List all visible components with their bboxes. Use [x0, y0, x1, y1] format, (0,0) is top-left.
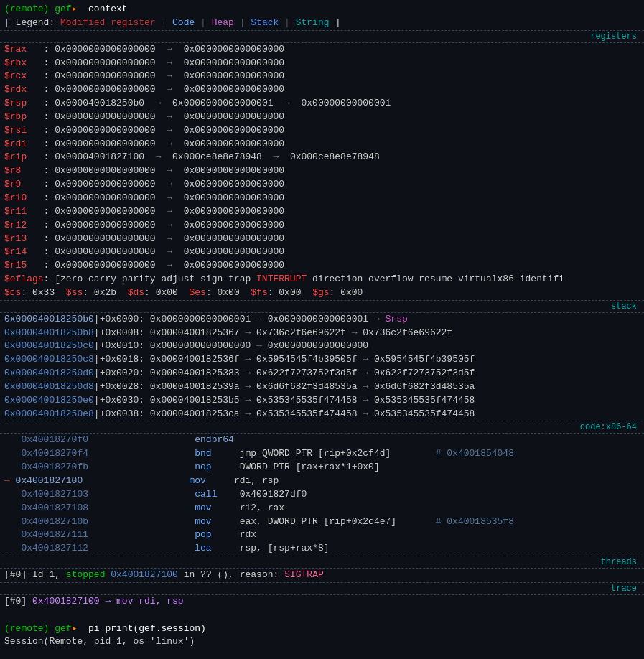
code-header: code:x86-64: [0, 421, 644, 434]
reg-r8: $r8 : 0x0000000000000000 → 0x00000000000…: [0, 164, 644, 178]
stack-label: stack: [608, 301, 640, 312]
segments-line: $cs: 0x33 $ss: 0x2b $ds: 0x00 $es: 0x00 …: [0, 286, 644, 300]
asm-line-2: 0x40018270fb nop DWORD PTR [rax+rax*1+0x…: [0, 461, 644, 475]
threads-label: threads: [598, 556, 640, 568]
trace-header: trace: [0, 582, 644, 595]
reg-rdx: $rdx : 0x0000000000000000 → 0x0000000000…: [0, 83, 644, 97]
reg-rsp: $rsp : 0x000040018250b0 → 0x000000000000…: [0, 97, 644, 111]
bottom-gap: [0, 609, 644, 622]
asm-line-6: 0x400182710b mov eax, DWORD PTR [rip+0x2…: [0, 515, 644, 529]
reg-rbx: $rbx : 0x0000000000000000 → 0x0000000000…: [0, 57, 644, 70]
stack-header: stack: [0, 300, 644, 313]
reg-r13: $r13 : 0x0000000000000000 → 0x0000000000…: [0, 233, 644, 246]
stack-row-1: 0x000040018250b8|+0x0008: 0x000040018253…: [0, 327, 644, 340]
session-output: Session(Remote, pid=1, os='linux'): [4, 635, 195, 649]
legend-string: String: [296, 17, 330, 30]
stack-row-2: 0x000040018250c0|+0x0010: 0x000000000000…: [0, 340, 644, 353]
reg-r14: $r14 : 0x0000000000000000 → 0x0000000000…: [0, 246, 644, 259]
trace-label: trace: [608, 583, 640, 594]
session-output-line: Session(Remote, pid=1, os='linux'): [0, 635, 644, 649]
thread-line: [#0] Id 1, stopped 0x4001827100 in ?? ()…: [0, 569, 644, 582]
sep4: |: [279, 17, 295, 30]
prompt-command: context: [83, 3, 127, 17]
stack-row-7: 0x000040018250e8|+0x0038: 0x000040018253…: [0, 408, 644, 421]
legend-suffix: ]: [330, 17, 341, 30]
legend-stack: Stack: [251, 17, 279, 30]
legend-modified: Modified register: [60, 17, 156, 30]
legend-heap: Heap: [212, 17, 234, 30]
asm-line-0: 0x40018270f0 endbr64: [0, 434, 644, 447]
legend-code: Code: [172, 17, 195, 30]
stack-row-0: 0x000040018250b0|+0x0000: 0x000000000000…: [0, 313, 644, 327]
asm-line-7: 0x4001827111 pop rdx: [0, 528, 644, 542]
prompt-remote: (remote) gef: [4, 3, 72, 17]
bottom-prompt-arrow: ▸: [72, 622, 83, 636]
prompt-arrow: ▸: [72, 3, 83, 17]
asm-line-1: 0x40018270f4 bnd jmp QWORD PTR [rip+0x2c…: [0, 447, 644, 461]
reg-r12: $r12 : 0x0000000000000000 → 0x0000000000…: [0, 219, 644, 233]
stack-row-3: 0x000040018250c8|+0x0018: 0x000040018253…: [0, 353, 644, 367]
legend-prefix: [ Legend:: [4, 17, 60, 30]
stack-row-5: 0x000040018250d8|+0x0028: 0x000040018253…: [0, 380, 644, 394]
reg-rsi: $rsi : 0x0000000000000000 → 0x0000000000…: [0, 124, 644, 138]
reg-r11: $r11 : 0x0000000000000000 → 0x0000000000…: [0, 205, 644, 219]
reg-rax: $rax : 0x0000000000000000 → 0x0000000000…: [0, 43, 644, 57]
asm-line-5: 0x4001827108 mov r12, rax: [0, 502, 644, 515]
sep3: |: [234, 17, 251, 30]
reg-r9: $r9 : 0x0000000000000000 → 0x00000000000…: [0, 178, 644, 192]
bottom-prompt-command: pi print(gef.session): [83, 622, 206, 636]
eflags-line: $eflags: [zero carry parity adjust sign …: [0, 273, 644, 286]
asm-line-8: 0x4001827112 lea rsp, [rsp+rax*8]: [0, 542, 644, 556]
code-label: code:x86-64: [577, 421, 640, 433]
bottom-prompt-line: (remote) gef▸ pi print(gef.session): [0, 622, 644, 636]
asm-line-3-active: → 0x4001827100 mov rdi, rsp: [0, 475, 644, 488]
reg-r10: $r10 : 0x0000000000000000 → 0x0000000000…: [0, 192, 644, 205]
bottom-prompt-remote: (remote) gef: [4, 622, 72, 636]
reg-rip: $rip : 0x00004001827100 → 0x000ce8e8e789…: [0, 151, 644, 164]
registers-label: registers: [587, 31, 640, 42]
stack-row-4: 0x000040018250d0|+0x0020: 0x000040018253…: [0, 367, 644, 380]
prompt-line: (remote) gef▸ context: [0, 3, 644, 17]
terminal: (remote) gef▸ context [ Legend: Modified…: [0, 0, 644, 659]
trace-line: [#0] 0x4001827100 → mov rdi, rsp: [0, 595, 644, 609]
stack-row-6: 0x000040018250e0|+0x0030: 0x000040018253…: [0, 394, 644, 408]
legend-line: [ Legend: Modified register | Code | Hea…: [0, 17, 644, 30]
reg-rcx: $rcx : 0x0000000000000000 → 0x0000000000…: [0, 70, 644, 83]
sep2: |: [195, 17, 211, 30]
reg-rbp: $rbp : 0x0000000000000000 → 0x0000000000…: [0, 111, 644, 124]
reg-r15: $r15 : 0x0000000000000000 → 0x0000000000…: [0, 259, 644, 273]
threads-header: threads: [0, 556, 644, 569]
sep1: |: [156, 17, 172, 30]
reg-rdi: $rdi : 0x0000000000000000 → 0x0000000000…: [0, 138, 644, 151]
registers-header: registers: [0, 30, 644, 43]
asm-line-4: 0x4001827103 call 0x4001827df0: [0, 488, 644, 502]
